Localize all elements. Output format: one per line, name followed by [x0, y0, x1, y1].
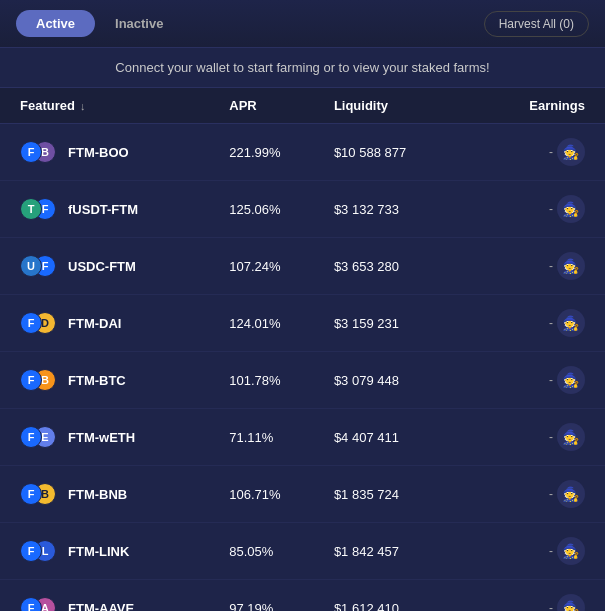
col-header-apr: APR — [229, 98, 334, 113]
liquidity-value: $4 407 411 — [334, 430, 480, 445]
connect-notice-text: Connect your wallet to start farming or … — [115, 60, 489, 75]
token-icon-stack: U F — [20, 254, 60, 278]
apr-value: 125.06% — [229, 202, 334, 217]
harvest-icon-button[interactable]: 🧙 — [557, 252, 585, 280]
token-icon-stack: T F — [20, 197, 60, 221]
token-icon-left: T — [20, 198, 42, 220]
harvest-cell: - 🧙 — [480, 480, 585, 508]
apr-value: 71.11% — [229, 430, 334, 445]
apr-value: 107.24% — [229, 259, 334, 274]
pair-cell: F A FTM-AAVE — [20, 596, 229, 611]
earnings-dash: - — [549, 316, 553, 330]
liquidity-value: $3 132 733 — [334, 202, 480, 217]
token-icon-left: F — [20, 141, 42, 163]
table-header: Featured ↓ APR Liquidity Earnings — [0, 88, 605, 124]
tab-inactive[interactable]: Inactive — [95, 10, 183, 37]
liquidity-value: $1 612 410 — [334, 601, 480, 612]
token-icon-left: F — [20, 426, 42, 448]
pair-cell: F L FTM-LINK — [20, 539, 229, 563]
pair-name: USDC-FTM — [68, 259, 136, 274]
harvest-cell: - 🧙 — [480, 195, 585, 223]
pair-name: FTM-DAI — [68, 316, 121, 331]
pair-cell: T F fUSDT-FTM — [20, 197, 229, 221]
earnings-dash: - — [549, 259, 553, 273]
table-row[interactable]: F B FTM-BOO 221.99% $10 588 877 - 🧙 — [0, 124, 605, 181]
pair-cell: F E FTM-wETH — [20, 425, 229, 449]
earnings-dash: - — [549, 601, 553, 611]
pair-cell: F B FTM-BTC — [20, 368, 229, 392]
pair-name: FTM-BTC — [68, 373, 126, 388]
earnings-dash: - — [549, 202, 553, 216]
table-row[interactable]: T F fUSDT-FTM 125.06% $3 132 733 - 🧙 — [0, 181, 605, 238]
table-row[interactable]: F E FTM-wETH 71.11% $4 407 411 - 🧙 — [0, 409, 605, 466]
liquidity-value: $3 159 231 — [334, 316, 480, 331]
liquidity-value: $3 653 280 — [334, 259, 480, 274]
col-header-liquidity: Liquidity — [334, 98, 480, 113]
harvest-icon-button[interactable]: 🧙 — [557, 309, 585, 337]
liquidity-value: $3 079 448 — [334, 373, 480, 388]
token-icon-stack: F B — [20, 140, 60, 164]
apr-value: 106.71% — [229, 487, 334, 502]
harvest-icon-button[interactable]: 🧙 — [557, 423, 585, 451]
harvest-icon-button[interactable]: 🧙 — [557, 138, 585, 166]
earnings-dash: - — [549, 430, 553, 444]
harvest-cell: - 🧙 — [480, 309, 585, 337]
harvest-cell: - 🧙 — [480, 423, 585, 451]
token-icon-stack: F L — [20, 539, 60, 563]
harvest-cell: - 🧙 — [480, 252, 585, 280]
pair-cell: U F USDC-FTM — [20, 254, 229, 278]
apr-value: 97.19% — [229, 601, 334, 612]
harvest-cell: - 🧙 — [480, 366, 585, 394]
col-header-earnings: Earnings — [480, 98, 585, 113]
sort-arrow-icon: ↓ — [80, 100, 86, 112]
harvest-cell: - 🧙 — [480, 138, 585, 166]
harvest-cell: - 🧙 — [480, 594, 585, 611]
table-row[interactable]: F L FTM-LINK 85.05% $1 842 457 - 🧙 — [0, 523, 605, 580]
harvest-icon-button[interactable]: 🧙 — [557, 195, 585, 223]
liquidity-value: $10 588 877 — [334, 145, 480, 160]
tab-active[interactable]: Active — [16, 10, 95, 37]
pair-name: FTM-BNB — [68, 487, 127, 502]
token-icon-left: F — [20, 540, 42, 562]
earnings-dash: - — [549, 487, 553, 501]
pair-name: FTM-wETH — [68, 430, 135, 445]
earnings-dash: - — [549, 373, 553, 387]
earnings-dash: - — [549, 145, 553, 159]
liquidity-value: $1 835 724 — [334, 487, 480, 502]
table-row[interactable]: F D FTM-DAI 124.01% $3 159 231 - 🧙 — [0, 295, 605, 352]
harvest-icon-button[interactable]: 🧙 — [557, 537, 585, 565]
token-icon-stack: F B — [20, 368, 60, 392]
table-row[interactable]: F B FTM-BNB 106.71% $1 835 724 - 🧙 — [0, 466, 605, 523]
table-row[interactable]: F B FTM-BTC 101.78% $3 079 448 - 🧙 — [0, 352, 605, 409]
tab-group: Active Inactive — [16, 10, 183, 37]
pair-cell: F B FTM-BOO — [20, 140, 229, 164]
pair-name: fUSDT-FTM — [68, 202, 138, 217]
header-featured-label: Featured — [20, 98, 75, 113]
apr-value: 101.78% — [229, 373, 334, 388]
harvest-icon-button[interactable]: 🧙 — [557, 594, 585, 611]
token-icon-stack: F E — [20, 425, 60, 449]
col-header-featured[interactable]: Featured ↓ — [20, 98, 229, 113]
token-icon-stack: F D — [20, 311, 60, 335]
connect-notice: Connect your wallet to start farming or … — [0, 48, 605, 88]
earnings-dash: - — [549, 544, 553, 558]
table-row[interactable]: U F USDC-FTM 107.24% $3 653 280 - 🧙 — [0, 238, 605, 295]
harvest-all-button[interactable]: Harvest All (0) — [484, 11, 589, 37]
apr-value: 124.01% — [229, 316, 334, 331]
table-row[interactable]: F A FTM-AAVE 97.19% $1 612 410 - 🧙 — [0, 580, 605, 611]
token-icon-left: U — [20, 255, 42, 277]
liquidity-value: $1 842 457 — [334, 544, 480, 559]
harvest-icon-button[interactable]: 🧙 — [557, 366, 585, 394]
pair-name: FTM-BOO — [68, 145, 129, 160]
token-icon-stack: F A — [20, 596, 60, 611]
harvest-icon-button[interactable]: 🧙 — [557, 480, 585, 508]
token-icon-left: F — [20, 312, 42, 334]
token-icon-stack: F B — [20, 482, 60, 506]
pair-name: FTM-AAVE — [68, 601, 134, 612]
farm-table: F B FTM-BOO 221.99% $10 588 877 - 🧙 T F … — [0, 124, 605, 611]
top-bar: Active Inactive Harvest All (0) — [0, 0, 605, 48]
pair-name: FTM-LINK — [68, 544, 129, 559]
pair-cell: F B FTM-BNB — [20, 482, 229, 506]
apr-value: 221.99% — [229, 145, 334, 160]
token-icon-left: F — [20, 369, 42, 391]
